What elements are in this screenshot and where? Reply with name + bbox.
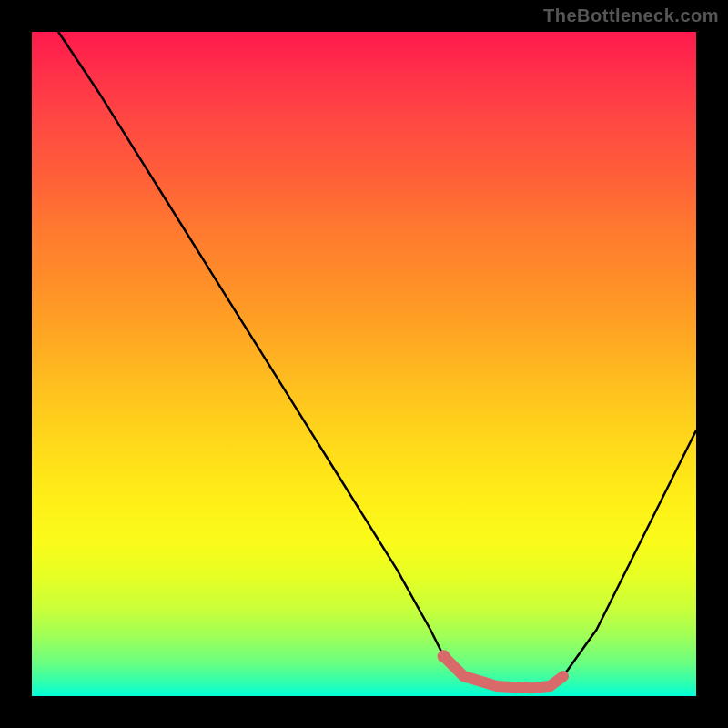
highlight-start-dot bbox=[438, 650, 450, 662]
watermark: TheBottleneck.com bbox=[543, 5, 719, 26]
bottleneck-highlight bbox=[444, 656, 563, 688]
chart-container: TheBottleneck.com bbox=[0, 0, 728, 728]
curve-svg bbox=[32, 32, 696, 696]
plot-area bbox=[32, 32, 696, 696]
bottleneck-curve bbox=[58, 32, 696, 688]
